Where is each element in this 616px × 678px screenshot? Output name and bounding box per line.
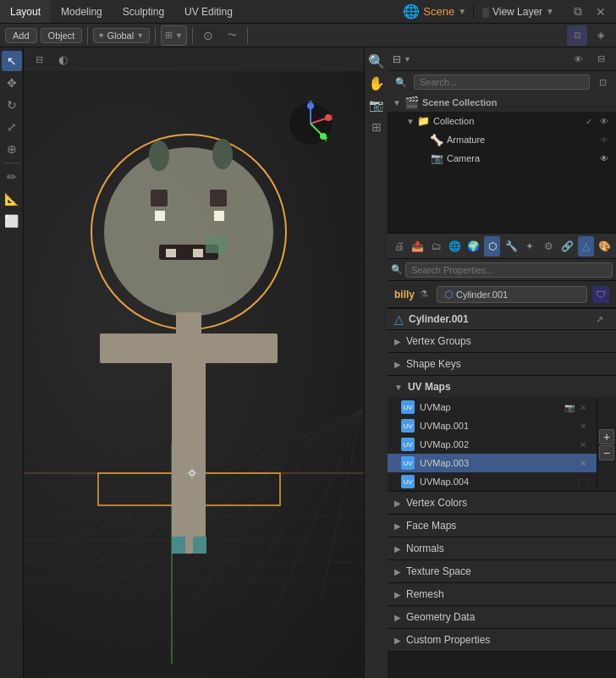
vertex-colors-header[interactable]: ▶ Vertex Colors xyxy=(388,492,616,514)
uv-unlink-icon-0[interactable]: ✕ xyxy=(576,400,590,414)
rotate-tool-icon[interactable]: ↻ xyxy=(2,95,22,115)
prop-render-icon[interactable]: 🖨 xyxy=(391,236,407,256)
uv-icon-2: UV xyxy=(401,438,415,451)
overlay-button[interactable]: ⊡ xyxy=(567,25,587,46)
outliner-visibility-icon[interactable]: 👁 xyxy=(568,49,588,69)
scene-selector[interactable]: 🌐 Scene ▼ xyxy=(396,3,473,19)
uv-maps-title: UV Maps xyxy=(408,381,451,393)
svg-rect-30 xyxy=(172,333,206,554)
prop-object-icon[interactable]: ⬡ xyxy=(484,236,500,256)
proportional-falloff-button[interactable]: 〜 xyxy=(222,25,242,46)
outliner-type-selector[interactable]: ⊟ ▼ xyxy=(393,53,411,65)
viewport-shading-icon[interactable]: ◐ xyxy=(52,49,73,69)
3d-viewport[interactable]: ⊟ ◐ xyxy=(24,47,388,678)
uv-unlink-icon-3[interactable]: ✕ xyxy=(576,456,590,470)
tab-layout[interactable]: Layout xyxy=(0,0,51,23)
zoom-in-icon[interactable]: 🔍 xyxy=(366,51,387,71)
scale-tool-icon[interactable]: ⤢ xyxy=(2,117,22,137)
outliner-panel: ⊟ ▼ 👁 ⊟ 🔍 ⊡ ▼ 🎬 Scene Collection xyxy=(388,47,616,234)
gizmo-button[interactable]: ◈ xyxy=(591,25,611,46)
uv-item-2[interactable]: UV UVMap.002 ✕ xyxy=(388,435,597,454)
uv-item-0[interactable]: UV UVMap 📷 ✕ xyxy=(388,398,597,416)
move-tool-icon[interactable]: ✥ xyxy=(2,73,22,93)
camera-eye-icon[interactable]: 👁 xyxy=(597,152,611,165)
armature-eye-icon[interactable]: 👁 xyxy=(597,133,611,146)
prop-physics-icon[interactable]: ⚙ xyxy=(541,236,557,256)
prop-data-icon[interactable]: △ xyxy=(578,236,594,256)
scene-collection-header[interactable]: ▼ 🎬 Scene Collection xyxy=(388,93,616,112)
normals-header[interactable]: ▶ Normals xyxy=(388,537,616,559)
geometry-data-header[interactable]: ▶ Geometry Data xyxy=(388,606,616,628)
uv-item-1[interactable]: UV UVMap.001 ✕ xyxy=(388,416,597,435)
outliner-search-input[interactable] xyxy=(414,74,590,90)
mesh-name-field[interactable]: ⬡ Cylinder.001 xyxy=(437,286,587,303)
custom-properties-header[interactable]: ▶ Custom Properties xyxy=(388,629,616,651)
uv-unlink-icon-2[interactable]: ✕ xyxy=(576,438,590,451)
prop-constraints-icon[interactable]: 🔗 xyxy=(559,236,575,256)
mesh-data-shield-icon[interactable]: 🛡 xyxy=(592,286,609,303)
data-open-icon[interactable]: ↗ xyxy=(589,309,609,329)
uv-add-button[interactable]: + xyxy=(599,429,614,444)
uv-icon-4: UV xyxy=(401,475,415,488)
view-layer-button[interactable]: ▒ View Layer ▼ xyxy=(473,6,563,18)
prop-material-icon[interactable]: 🎨 xyxy=(597,236,613,256)
outliner-filter-funnel-icon[interactable]: ⊡ xyxy=(592,72,613,92)
uv-remove-button[interactable]: − xyxy=(599,445,614,460)
add-cube-icon[interactable]: ⬜ xyxy=(2,211,22,231)
prop-modifier-icon[interactable]: 🔧 xyxy=(503,236,519,256)
snap-button[interactable]: ⊞ ▼ xyxy=(161,25,187,46)
annotate-icon[interactable]: ✏ xyxy=(2,167,22,187)
proportional-edit-button[interactable]: ⊙ xyxy=(198,25,218,46)
uv-camera-icon-0[interactable]: 📷 xyxy=(563,400,576,414)
tab-uv-editing[interactable]: UV Editing xyxy=(174,0,243,23)
viewport-right-strip: 🔍 ✋ 📷 ⊞ xyxy=(364,47,388,678)
local-view-icon[interactable]: ⊞ xyxy=(366,117,387,137)
uv-unlink-icon-1[interactable]: ✕ xyxy=(576,419,590,433)
svg-point-15 xyxy=(104,147,273,317)
add-button[interactable]: Add xyxy=(5,28,37,43)
tree-item-collection[interactable]: ▼ 📁 Collection ✓ 👁 xyxy=(388,112,616,130)
outliner-header: ⊟ ▼ 👁 ⊟ xyxy=(388,47,616,71)
select-tool-icon[interactable]: ↖ xyxy=(2,51,22,71)
tab-sculpting[interactable]: Sculpting xyxy=(113,0,174,23)
texture-space-header[interactable]: ▶ Texture Space xyxy=(388,560,616,582)
remesh-header[interactable]: ▶ Remesh xyxy=(388,583,616,605)
face-maps-section: ▶ Face Maps xyxy=(388,515,616,537)
transform-orientation-dropdown[interactable]: ⌖ Global ▼ xyxy=(93,28,150,43)
tree-item-camera[interactable]: ▶ 📷 Camera 👁 xyxy=(388,149,616,168)
viewport-type-icon[interactable]: ⊟ xyxy=(29,49,49,69)
uv-drag-icon-4[interactable]: ⋮⋮ xyxy=(576,475,590,488)
uv-item-4[interactable]: UV UVMap.004 ⋮⋮ xyxy=(388,472,597,491)
svg-rect-24 xyxy=(179,249,190,257)
properties-search-input[interactable] xyxy=(405,262,613,278)
shape-keys-header[interactable]: ▶ Shape Keys xyxy=(388,353,616,375)
close-window-button[interactable]: ✕ xyxy=(591,2,611,22)
face-maps-header[interactable]: ▶ Face Maps xyxy=(388,515,616,537)
transform-tool-icon[interactable]: ⊕ xyxy=(2,139,22,159)
svg-rect-32 xyxy=(193,537,206,554)
character-model xyxy=(41,88,364,554)
vertex-groups-header[interactable]: ▶ Vertex Groups xyxy=(388,330,616,352)
uv-item-3[interactable]: UV UVMap.003 ✕ xyxy=(388,454,597,472)
prop-particles-icon[interactable]: ✦ xyxy=(522,236,538,256)
axis-widget-svg: Z X Y xyxy=(288,101,334,147)
shape-keys-section: ▶ Shape Keys xyxy=(388,353,616,376)
svg-rect-19 xyxy=(214,211,224,221)
measure-icon[interactable]: 📐 xyxy=(2,189,22,209)
collection-eye-icon[interactable]: 👁 xyxy=(597,114,611,128)
object-button[interactable]: Object xyxy=(41,28,83,43)
prop-view-layer-icon[interactable]: 🗂 xyxy=(428,236,444,256)
prop-output-icon[interactable]: 📤 xyxy=(410,236,426,256)
uv-maps-header[interactable]: ▼ UV Maps xyxy=(388,376,616,398)
outliner-filter-icon[interactable]: ⊟ xyxy=(591,49,611,69)
prop-world-icon[interactable]: 🌍 xyxy=(465,236,481,256)
scene-canvas[interactable]: Z X Y xyxy=(24,71,364,678)
prop-scene-icon[interactable]: 🌐 xyxy=(447,236,463,256)
toolbar: Add Object ⌖ Global ▼ ⊞ ▼ ⊙ 〜 ⊡ ◈ xyxy=(0,24,616,47)
collection-visible-icon[interactable]: ✓ xyxy=(582,114,596,128)
maximize-button[interactable]: ⧉ xyxy=(568,2,588,22)
grab-icon[interactable]: ✋ xyxy=(366,73,387,93)
orbit-icon[interactable]: 📷 xyxy=(366,95,387,115)
tab-modeling[interactable]: Modeling xyxy=(51,0,113,23)
tree-item-armature[interactable]: ▶ 🦴 Armature 👁 xyxy=(388,130,616,149)
